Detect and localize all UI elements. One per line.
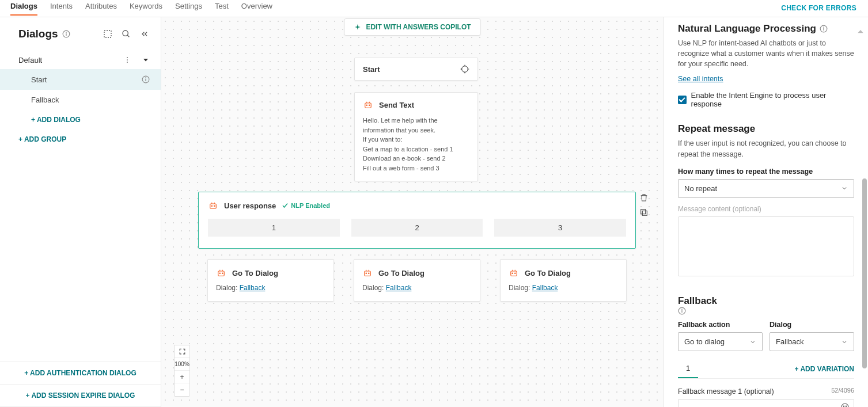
svg-point-49 <box>824 27 824 28</box>
sidebar-item-fallback[interactable]: Fallback <box>0 90 161 110</box>
goto-link-1[interactable]: Fallback <box>240 284 266 292</box>
svg-rect-36 <box>365 271 371 276</box>
add-session-expire-button[interactable]: + ADD SESSION EXPIRE DIALOG <box>0 385 161 407</box>
scrollbar[interactable] <box>860 17 867 390</box>
svg-point-37 <box>366 273 367 274</box>
bot-icon <box>216 268 226 278</box>
svg-rect-3 <box>104 31 111 37</box>
info-icon[interactable] <box>820 25 828 33</box>
info-icon[interactable] <box>678 307 854 315</box>
svg-rect-41 <box>511 271 517 276</box>
svg-rect-19 <box>365 103 372 108</box>
sidebar: Dialogs Default <box>0 17 161 407</box>
tab-intents[interactable]: Intents <box>50 2 73 16</box>
chevron-down-icon <box>841 338 848 345</box>
tab-test[interactable]: Test <box>215 2 229 16</box>
svg-point-4 <box>123 31 128 36</box>
choice-2[interactable]: 2 <box>351 219 483 237</box>
chevron-down-icon <box>841 185 848 192</box>
send-text-node[interactable]: Send Text Hello. Let me help with the in… <box>354 92 478 181</box>
repeat-description: If the user input is not recognized, you… <box>678 138 854 159</box>
enable-intent-label: Enable the Intent Engine to process user… <box>691 91 854 108</box>
svg-point-52 <box>682 309 683 310</box>
fallback-heading: Fallback <box>678 295 854 315</box>
svg-point-2 <box>66 32 66 33</box>
svg-point-8 <box>127 62 128 63</box>
zoom-controls: 100% + − <box>174 345 190 397</box>
target-icon <box>460 64 469 74</box>
svg-point-21 <box>369 105 370 106</box>
sidebar-item-start[interactable]: Start <box>0 69 161 90</box>
svg-marker-13 <box>355 24 361 30</box>
svg-point-55 <box>846 406 846 406</box>
tab-keywords[interactable]: Keywords <box>130 2 162 16</box>
svg-point-33 <box>222 273 223 274</box>
info-icon[interactable] <box>141 75 150 84</box>
check-errors-link[interactable]: CHECK FOR ERRORS <box>781 4 856 12</box>
edit-with-copilot-button[interactable]: EDIT WITH ANSWERS COPILOT <box>344 18 480 36</box>
svg-rect-30 <box>641 210 646 214</box>
start-node[interactable]: Start <box>354 58 478 81</box>
search-icon[interactable] <box>122 29 131 39</box>
more-vertical-icon[interactable] <box>123 55 132 64</box>
add-group-button[interactable]: + ADD GROUP <box>0 130 161 149</box>
emoji-icon[interactable] <box>840 402 850 407</box>
see-all-intents-link[interactable]: See all intents <box>678 75 723 83</box>
send-text-body: Hello. Let me help with the information … <box>363 116 469 173</box>
add-dialog-button[interactable]: + ADD DIALOG <box>0 110 161 130</box>
repeat-count-label: How many times to repeat the message <box>678 168 854 176</box>
tab-overview[interactable]: Overview <box>241 2 272 16</box>
add-variation-button[interactable]: + ADD VARIATION <box>795 365 854 373</box>
svg-point-25 <box>211 206 213 207</box>
zoom-level: 100% <box>175 358 189 371</box>
choice-3[interactable]: 3 <box>494 219 626 237</box>
add-auth-dialog-button[interactable]: + ADD AUTHENTICATION DIALOG <box>0 362 161 385</box>
svg-point-26 <box>214 206 215 207</box>
nlp-heading: Natural Language Processing <box>678 23 854 35</box>
svg-point-14 <box>462 66 468 73</box>
fallback-message-input[interactable] <box>678 399 854 407</box>
svg-point-32 <box>219 273 221 274</box>
tab-settings[interactable]: Settings <box>175 2 202 16</box>
svg-point-42 <box>512 273 513 274</box>
goto-link-2[interactable]: Fallback <box>386 284 412 292</box>
bot-icon <box>362 268 373 278</box>
goto-link-3[interactable]: Fallback <box>532 284 558 292</box>
fallback-msg-label: Fallback message 1 (optional) <box>678 387 774 395</box>
select-tool-icon[interactable] <box>103 29 112 39</box>
bot-icon <box>363 100 373 110</box>
user-response-node[interactable]: User response NLP Enabled 1 2 3 <box>198 192 636 249</box>
char-count: 52/4096 <box>831 387 854 394</box>
svg-rect-24 <box>210 204 217 208</box>
svg-point-43 <box>515 273 516 274</box>
bot-icon <box>208 200 218 211</box>
tab-dialogs[interactable]: Dialogs <box>10 2 37 16</box>
enable-intent-checkbox[interactable] <box>678 96 687 104</box>
svg-point-54 <box>843 406 844 406</box>
canvas[interactable]: EDIT WITH ANSWERS COPILOT Start Send Tex… <box>161 17 664 407</box>
properties-panel: Natural Language Processing Use NLP for … <box>664 17 868 407</box>
tab-attributes[interactable]: Attributes <box>85 2 117 16</box>
svg-point-12 <box>146 78 146 78</box>
zoom-out-button[interactable]: − <box>175 383 189 396</box>
fallback-dialog-label: Dialog <box>770 321 854 329</box>
goto-node-2[interactable]: Go To Dialog Dialog: Fallback <box>354 259 480 302</box>
delete-icon[interactable] <box>639 193 650 203</box>
fit-screen-button[interactable] <box>175 345 189 358</box>
goto-node-3[interactable]: Go To Dialog Dialog: Fallback <box>500 259 627 302</box>
collapse-icon[interactable] <box>140 29 149 39</box>
zoom-in-button[interactable]: + <box>175 371 189 383</box>
info-icon[interactable] <box>62 29 71 39</box>
sidebar-title: Dialogs <box>18 28 103 40</box>
group-default[interactable]: Default <box>0 51 161 69</box>
goto-node-1[interactable]: Go To Dialog Dialog: Fallback <box>207 259 334 302</box>
choice-1[interactable]: 1 <box>208 219 340 237</box>
variation-tab-1[interactable]: 1 <box>678 359 698 378</box>
chevron-down-icon[interactable] <box>141 55 150 64</box>
fallback-action-select[interactable]: Go to dialog <box>678 332 763 351</box>
chevron-down-icon <box>749 338 756 345</box>
message-content-input[interactable] <box>678 216 854 276</box>
fallback-dialog-select[interactable]: Fallback <box>770 332 854 351</box>
copy-icon[interactable] <box>639 208 650 218</box>
repeat-count-select[interactable]: No repeat <box>678 179 854 198</box>
